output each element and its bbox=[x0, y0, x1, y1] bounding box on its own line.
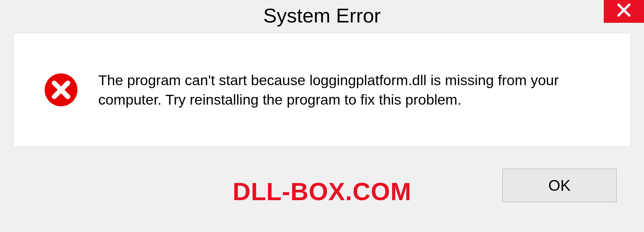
ok-button[interactable]: OK bbox=[502, 169, 616, 202]
error-icon bbox=[44, 73, 78, 107]
dialog-title: System Error bbox=[263, 0, 381, 27]
close-button[interactable] bbox=[604, 0, 644, 23]
titlebar: System Error bbox=[11, 0, 633, 33]
error-dialog: System Error The program can't start bec… bbox=[11, 0, 633, 232]
button-row: DLL-BOX.COM OK bbox=[11, 147, 633, 227]
content-panel: The program can't start because loggingp… bbox=[13, 33, 631, 147]
watermark-text: DLL-BOX.COM bbox=[232, 177, 411, 206]
error-message: The program can't start because loggingp… bbox=[98, 70, 610, 109]
close-icon bbox=[616, 3, 631, 19]
